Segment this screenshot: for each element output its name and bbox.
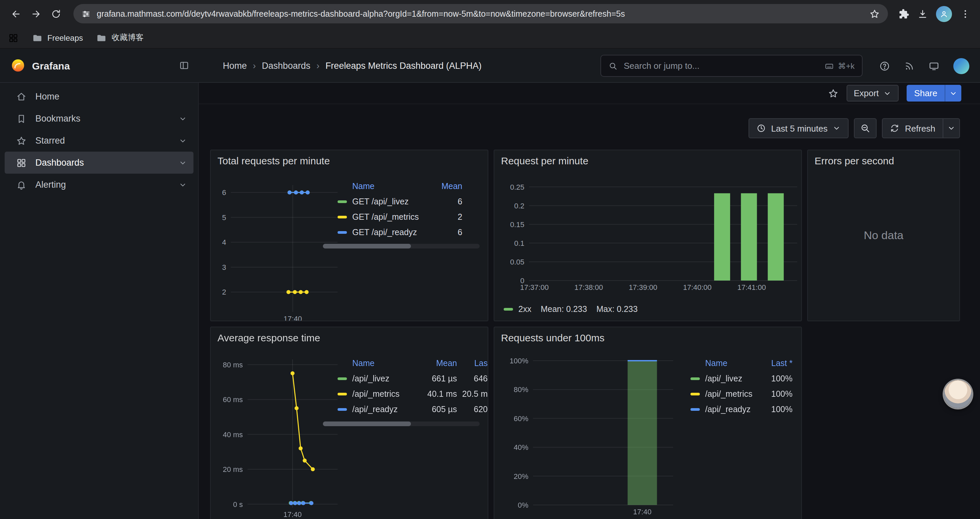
bookmark-star-icon[interactable] — [869, 8, 880, 19]
legend-header-mean[interactable]: Mean — [415, 358, 457, 368]
svg-text:80%: 80% — [514, 385, 528, 394]
time-range-picker[interactable]: Last 5 minutes — [749, 118, 849, 138]
legend-row[interactable]: /api/_metrics 40.1 ms 20.5 m — [337, 386, 488, 401]
panel-request-per-minute[interactable]: Request per minute 0.250.20.150.10.05017… — [494, 150, 802, 321]
breadcrumb: Home › Dashboards › Freeleaps Metrics Da… — [223, 61, 482, 70]
legend-line: 2xx Mean: 0.233 Max: 0.233 — [504, 305, 638, 314]
search-icon — [608, 61, 618, 70]
dock-menu-button[interactable] — [179, 60, 189, 71]
refresh-interval-dropdown[interactable] — [943, 119, 959, 137]
folder-icon — [32, 32, 43, 43]
downloads-icon[interactable] — [917, 8, 928, 19]
keyboard-icon — [824, 61, 834, 70]
svg-text:17:40: 17:40 — [633, 508, 651, 516]
panel-requests-under-100ms[interactable]: Requests under 100ms 100%80%60%40%20%0%1… — [494, 327, 802, 519]
svg-text:0.25: 0.25 — [510, 183, 524, 192]
clock-icon — [757, 124, 766, 133]
reload-icon — [51, 8, 61, 19]
svg-text:6: 6 — [222, 188, 226, 197]
panel-total-requests-per-minute[interactable]: Total requests per minute 6543217:40 Nam… — [210, 150, 488, 321]
chevron-down-icon[interactable] — [179, 115, 187, 123]
svg-text:0.2: 0.2 — [514, 202, 524, 210]
help-icon[interactable] — [879, 61, 890, 71]
star-dashboard-button[interactable] — [827, 88, 838, 99]
zoom-out-time-button[interactable] — [854, 118, 877, 138]
legend-header-name[interactable]: Name — [352, 358, 415, 368]
browser-profile-avatar[interactable] — [936, 6, 952, 22]
series-swatch — [337, 216, 347, 218]
back-icon — [11, 8, 21, 19]
breadcrumb-dashboards[interactable]: Dashboards — [262, 61, 310, 70]
panel-title: Requests under 100ms — [501, 332, 605, 343]
floating-assistant-avatar[interactable] — [944, 380, 972, 408]
svg-text:3: 3 — [222, 263, 226, 271]
back-button[interactable] — [7, 4, 25, 23]
legend-scrollbar[interactable] — [323, 422, 480, 426]
chevron-down-icon[interactable] — [179, 137, 187, 145]
url-text: grafana.mathmast.com/d/deytv4rwavabkb/fr… — [97, 9, 863, 18]
panel-average-response-time[interactable]: Average response time 80 ms60 ms40 ms20 … — [210, 327, 488, 519]
sidebar-item-label: Starred — [35, 136, 65, 145]
legend-scrollbar[interactable] — [323, 244, 480, 249]
series-swatch — [337, 393, 347, 395]
share-dropdown-button[interactable] — [945, 85, 961, 102]
chevron-down-icon[interactable] — [179, 181, 187, 189]
grafana-user-avatar[interactable] — [953, 58, 969, 74]
share-button-main[interactable]: Share — [907, 85, 945, 102]
legend-row[interactable]: /api/_readyz 100% — [690, 401, 792, 417]
svg-text:0.1: 0.1 — [514, 239, 524, 248]
panel-left-icon — [179, 60, 189, 71]
svg-text:17:38:00: 17:38:00 — [574, 283, 603, 292]
forward-button[interactable] — [27, 4, 45, 23]
chevron-down-icon[interactable] — [179, 159, 187, 167]
chevron-down-icon — [947, 124, 955, 132]
bookmark-folder-blogs[interactable]: 收藏博客 — [96, 32, 144, 43]
svg-text:0 s: 0 s — [233, 500, 243, 509]
bookmark-label: 收藏博客 — [112, 32, 144, 43]
legend-row[interactable]: /api/_livez 100% — [690, 371, 792, 386]
browser-menu-icon[interactable] — [960, 8, 970, 19]
breadcrumb-separator: › — [317, 61, 320, 70]
apps-grid-icon[interactable] — [8, 32, 19, 43]
search-placeholder: Search or jump to... — [624, 61, 819, 71]
legend-item-2xx[interactable]: 2xx — [504, 305, 531, 314]
grafana-logo[interactable] — [11, 58, 25, 73]
sidebar-item-home[interactable]: Home — [5, 86, 194, 107]
sidebar-item-starred[interactable]: Starred — [5, 129, 194, 152]
search-input[interactable]: Search or jump to... ⌘+k — [600, 55, 862, 77]
svg-text:2: 2 — [222, 288, 226, 296]
legend-row[interactable]: GET /api/_livez 6 — [337, 194, 462, 209]
news-rss-icon[interactable] — [904, 61, 915, 71]
breadcrumb-current: Freeleaps Metrics Dashboard (ALPHA) — [326, 61, 482, 70]
legend-row[interactable]: /api/_livez 661 µs 646 — [337, 371, 488, 386]
legend-header-name[interactable]: Name — [705, 358, 758, 368]
bookmark-folder-freeleaps[interactable]: Freeleaps — [32, 32, 83, 43]
breadcrumb-home[interactable]: Home — [223, 61, 247, 70]
url-bar[interactable]: grafana.mathmast.com/d/deytv4rwavabkb/fr… — [73, 4, 888, 23]
legend-row[interactable]: /api/_readyz 605 µs 620 — [337, 401, 488, 417]
export-button[interactable]: Export — [846, 85, 899, 102]
legend-row[interactable]: /api/_metrics 100% — [690, 386, 792, 401]
extensions-icon[interactable] — [899, 8, 909, 19]
refresh-icon — [890, 124, 900, 133]
panel-errors-per-second[interactable]: Errors per second No data — [807, 150, 960, 321]
svg-text:0.15: 0.15 — [510, 220, 524, 229]
legend-header-last[interactable]: Las — [457, 358, 488, 368]
chevron-down-icon — [833, 124, 841, 132]
svg-text:17:41:00: 17:41:00 — [737, 283, 766, 292]
browser-toolbar: grafana.mathmast.com/d/deytv4rwavabkb/fr… — [0, 0, 980, 27]
legend-row[interactable]: GET /api/_readyz 6 — [337, 224, 462, 240]
kiosk-monitor-icon[interactable] — [929, 61, 939, 71]
sidebar-item-bookmarks[interactable]: Bookmarks — [5, 107, 194, 129]
reload-button[interactable] — [47, 4, 65, 23]
svg-text:80 ms: 80 ms — [223, 361, 243, 369]
dashboards-icon — [16, 157, 27, 168]
sidebar-item-dashboards[interactable]: Dashboards — [5, 152, 194, 174]
sidebar-item-alerting[interactable]: Alerting — [5, 174, 194, 196]
legend-header-name[interactable]: Name — [352, 181, 430, 191]
legend-header-last[interactable]: Last * — [758, 358, 792, 368]
bookmark-label: Freeleaps — [48, 33, 83, 42]
refresh-button[interactable]: Refresh — [883, 119, 943, 137]
legend-row[interactable]: GET /api/_metrics 2 — [337, 209, 462, 224]
legend-header-mean[interactable]: Mean — [430, 181, 462, 191]
